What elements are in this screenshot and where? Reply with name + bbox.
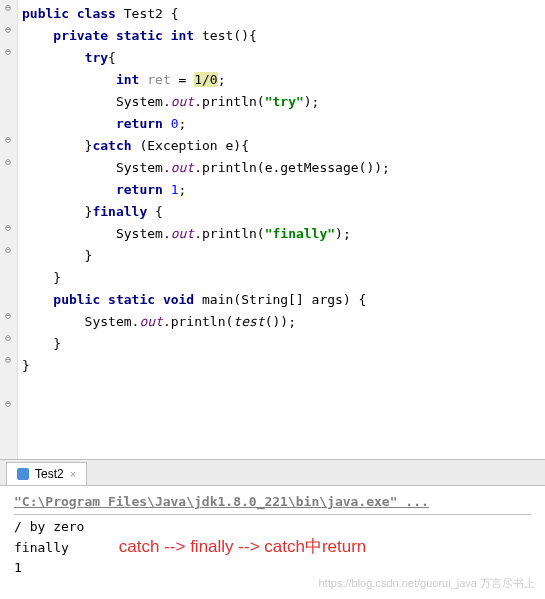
code-line[interactable]: return 1; [22, 179, 545, 201]
editor-gutter: ⊖⊖⊖⊖⊖⊖⊖⊖⊖⊖⊖ [0, 0, 18, 459]
code-line[interactable]: public class Test2 { [22, 3, 545, 25]
code-line[interactable]: public static void main(String[] args) { [22, 289, 545, 311]
fold-icon[interactable]: ⊖ [3, 47, 13, 57]
code-line[interactable]: } [22, 245, 545, 267]
fold-icon[interactable]: ⊖ [3, 223, 13, 233]
code-line[interactable]: System.out.println(e.getMessage()); [22, 157, 545, 179]
code-line[interactable]: } [22, 333, 545, 355]
fold-icon[interactable]: ⊖ [3, 355, 13, 365]
code-line[interactable]: System.out.println("finally"); [22, 223, 545, 245]
code-line[interactable]: }finally { [22, 201, 545, 223]
console-tab-bar: Test2 × [0, 460, 545, 486]
code-line[interactable]: System.out.println(test()); [22, 311, 545, 333]
fold-icon[interactable]: ⊖ [3, 311, 13, 321]
divider [14, 514, 531, 515]
console-out-line: finallycatch --> finally --> catch中retur… [14, 537, 531, 558]
fold-icon[interactable]: ⊖ [3, 399, 13, 409]
tab-test2[interactable]: Test2 × [6, 462, 87, 485]
code-line[interactable]: }catch (Exception e){ [22, 135, 545, 157]
console-command: "C:\Program Files\Java\jdk1.8.0_221\bin\… [14, 492, 531, 512]
code-line[interactable]: private static int test(){ [22, 25, 545, 47]
code-line[interactable]: return 0; [22, 113, 545, 135]
code-editor[interactable]: ⊖⊖⊖⊖⊖⊖⊖⊖⊖⊖⊖ public class Test2 { private… [0, 0, 545, 460]
code-line[interactable]: } [22, 355, 545, 377]
code-content[interactable]: public class Test2 { private static int … [0, 0, 545, 380]
fold-icon[interactable]: ⊖ [3, 245, 13, 255]
fold-icon[interactable]: ⊖ [3, 3, 13, 13]
fold-icon[interactable]: ⊖ [3, 333, 13, 343]
code-line[interactable]: try{ [22, 47, 545, 69]
code-line[interactable]: System.out.println("try"); [22, 91, 545, 113]
fold-icon[interactable]: ⊖ [3, 135, 13, 145]
code-line[interactable]: int ret = 1/0; [22, 69, 545, 91]
fold-icon[interactable]: ⊖ [3, 25, 13, 35]
console-out-line: 1 [14, 558, 531, 578]
run-icon [17, 468, 29, 480]
fold-icon[interactable]: ⊖ [3, 157, 13, 167]
console-out-line: / by zero [14, 517, 531, 537]
tab-label: Test2 [35, 467, 64, 481]
code-line[interactable]: } [22, 267, 545, 289]
annotation-text: catch --> finally --> catch中return [119, 537, 367, 557]
console-output[interactable]: "C:\Program Files\Java\jdk1.8.0_221\bin\… [0, 486, 545, 599]
close-icon[interactable]: × [70, 468, 76, 480]
